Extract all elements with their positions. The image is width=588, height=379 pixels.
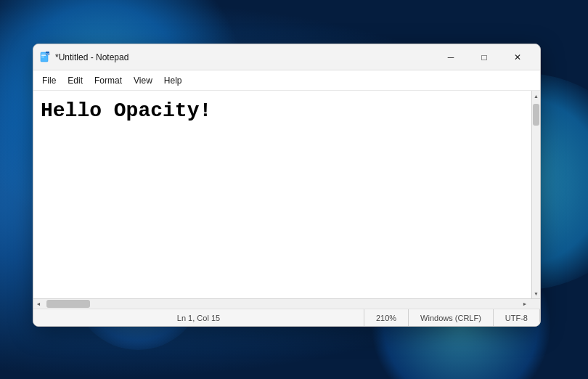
menu-bar: File Edit Format View Help	[33, 70, 540, 91]
window-controls: ─ □ ✕	[434, 44, 534, 70]
scroll-track-horizontal[interactable]	[44, 299, 520, 309]
scroll-corner	[530, 299, 540, 309]
menu-file[interactable]: File	[36, 73, 62, 88]
svg-rect-3	[41, 57, 44, 57]
horizontal-scrollbar-wrapper: ◄ ►	[33, 298, 540, 309]
scroll-thumb-horizontal[interactable]	[46, 300, 90, 308]
maximize-button[interactable]: □	[467, 44, 501, 70]
svg-text:N: N	[46, 52, 49, 55]
notepad-icon: N	[39, 52, 51, 63]
status-bar: Ln 1, Col 15 210% Windows (CRLF) UTF-8	[33, 309, 540, 326]
editor-area: Hello Opacity! ▲ ▼	[33, 91, 540, 298]
title-bar: N *Untitled - Notepad ─ □ ✕	[33, 44, 540, 70]
scroll-up-button[interactable]: ▲	[532, 91, 541, 101]
close-button[interactable]: ✕	[501, 44, 534, 70]
vertical-scrollbar: ▲ ▼	[531, 91, 540, 298]
desktop: N *Untitled - Notepad ─ □ ✕ File Edit Fo…	[0, 0, 588, 379]
menu-view[interactable]: View	[128, 73, 158, 88]
status-position: Ln 1, Col 15	[33, 309, 364, 326]
minimize-button[interactable]: ─	[434, 44, 467, 70]
status-encoding: UTF-8	[494, 309, 540, 326]
notepad-window: N *Untitled - Notepad ─ □ ✕ File Edit Fo…	[33, 44, 541, 327]
scroll-left-button[interactable]: ◄	[33, 299, 44, 309]
window-title: *Untitled - Notepad	[55, 52, 434, 62]
menu-edit[interactable]: Edit	[62, 73, 89, 88]
menu-format[interactable]: Format	[89, 73, 128, 88]
scroll-down-button[interactable]: ▼	[532, 288, 541, 298]
text-editor[interactable]: Hello Opacity!	[33, 91, 531, 298]
scroll-thumb-vertical[interactable]	[533, 104, 539, 126]
svg-rect-2	[41, 55, 46, 56]
svg-rect-1	[41, 54, 46, 54]
menu-help[interactable]: Help	[158, 73, 188, 88]
status-zoom: 210%	[364, 309, 409, 326]
scroll-right-button[interactable]: ►	[520, 299, 530, 309]
scroll-track-vertical[interactable]	[532, 101, 540, 288]
status-line-ending: Windows (CRLF)	[409, 309, 494, 326]
